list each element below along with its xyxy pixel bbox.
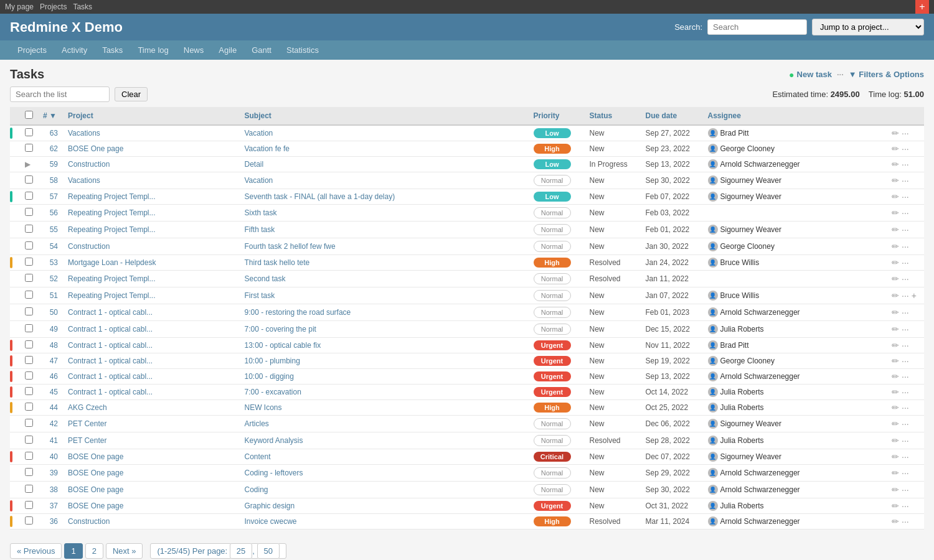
row-checkbox[interactable] <box>25 387 33 395</box>
edit-icon[interactable]: ✏ <box>892 128 899 138</box>
edit-icon[interactable]: ✏ <box>892 419 899 429</box>
filters-button[interactable]: ▼ Filters & Options <box>849 70 924 79</box>
subject-link[interactable]: Seventh task - FINAL (all have a 1-day d… <box>244 192 395 201</box>
edit-icon[interactable]: ✏ <box>892 436 899 446</box>
task-id-link[interactable]: 50 <box>50 308 58 317</box>
nav-agile[interactable]: Agile <box>211 40 244 60</box>
col-project[interactable]: Project <box>63 107 239 125</box>
edit-icon[interactable]: ✏ <box>892 274 899 284</box>
task-id-link[interactable]: 63 <box>50 129 58 138</box>
row-checkbox[interactable] <box>25 175 33 184</box>
my-page-link[interactable]: My page <box>5 2 34 11</box>
project-link[interactable]: AKG Czech <box>68 403 107 412</box>
row-checkbox[interactable] <box>25 516 33 525</box>
row-checkbox[interactable] <box>25 371 33 380</box>
nav-gantt[interactable]: Gantt <box>244 40 279 60</box>
row-checkbox[interactable] <box>25 501 33 509</box>
project-link[interactable]: Contract 1 - optical cabl... <box>68 308 153 317</box>
more-row-icon[interactable]: ··· <box>902 452 909 462</box>
project-link[interactable]: Vacations <box>68 129 100 138</box>
col-assignee[interactable]: Assignee <box>703 107 887 125</box>
edit-icon[interactable]: ✏ <box>892 144 899 154</box>
edit-icon[interactable]: ✏ <box>892 192 899 202</box>
edit-icon[interactable]: ✏ <box>892 225 899 235</box>
project-link[interactable]: BOSE One page <box>68 485 123 494</box>
more-row-icon[interactable]: ··· <box>902 159 909 169</box>
task-id-link[interactable]: 42 <box>50 419 58 428</box>
more-row-icon[interactable]: ··· <box>902 436 909 446</box>
more-row-icon[interactable]: ··· <box>902 307 909 317</box>
project-link[interactable]: BOSE One page <box>68 144 123 153</box>
select-all-checkbox[interactable] <box>25 111 33 119</box>
more-row-icon[interactable]: ··· <box>902 192 909 202</box>
more-row-icon[interactable]: ··· <box>902 208 909 218</box>
subject-link[interactable]: Content <box>244 452 270 461</box>
expand-arrow[interactable]: ▶ <box>25 160 31 169</box>
search-input[interactable] <box>707 19 807 35</box>
more-row-icon[interactable]: ··· <box>902 225 909 235</box>
edit-icon[interactable]: ✏ <box>892 324 899 334</box>
nav-timelog[interactable]: Time log <box>130 40 176 60</box>
task-id-link[interactable]: 44 <box>50 403 58 412</box>
project-link[interactable]: Repeating Project Templ... <box>68 274 156 283</box>
task-id-link[interactable]: 58 <box>50 176 58 185</box>
row-checkbox[interactable] <box>25 452 33 460</box>
project-link[interactable]: PET Center <box>68 436 106 445</box>
next-page-button[interactable]: Next » <box>106 543 143 559</box>
plus-button[interactable]: + <box>915 0 929 14</box>
subject-link[interactable]: Coding - leftovers <box>244 469 303 477</box>
col-priority[interactable]: Priority <box>529 107 585 125</box>
col-status[interactable]: Status <box>585 107 641 125</box>
row-checkbox[interactable] <box>25 144 33 152</box>
project-link[interactable]: Contract 1 - optical cabl... <box>68 372 153 381</box>
per-page-50[interactable]: 50 <box>257 543 280 559</box>
edit-icon[interactable]: ✏ <box>892 501 899 511</box>
edit-icon[interactable]: ✏ <box>892 340 899 350</box>
task-id-link[interactable]: 41 <box>50 436 58 445</box>
more-row-icon[interactable]: ··· <box>902 516 909 526</box>
task-id-link[interactable]: 39 <box>50 469 58 477</box>
project-link[interactable]: Repeating Project Templ... <box>68 225 156 234</box>
edit-icon[interactable]: ✏ <box>892 371 899 381</box>
subject-link[interactable]: Detail <box>244 160 263 169</box>
project-link[interactable]: Construction <box>68 242 110 251</box>
more-row-icon[interactable]: ··· <box>902 128 909 138</box>
more-row-icon[interactable]: ··· <box>902 291 909 301</box>
subject-link[interactable]: 7:00 - covering the pit <box>244 325 316 334</box>
row-checkbox[interactable] <box>25 419 33 427</box>
project-link[interactable]: Mortgage Loan - Helpdesk <box>68 258 156 267</box>
project-link[interactable]: Repeating Project Templ... <box>68 192 156 201</box>
task-id-link[interactable]: 54 <box>50 242 58 251</box>
row-checkbox[interactable] <box>25 291 33 299</box>
row-checkbox[interactable] <box>25 356 33 364</box>
more-row-icon[interactable]: ··· <box>902 403 909 413</box>
page-2-button[interactable]: 2 <box>85 543 103 559</box>
subject-link[interactable]: Second task <box>244 274 285 283</box>
more-row-icon[interactable]: ··· <box>902 371 909 381</box>
row-checkbox[interactable] <box>25 436 33 444</box>
more-row-icon[interactable]: ··· <box>902 324 909 334</box>
task-id-link[interactable]: 48 <box>50 341 58 350</box>
subject-link[interactable]: Vacation <box>244 129 273 138</box>
row-checkbox[interactable] <box>25 403 33 411</box>
jump-to-project-select[interactable]: Jump to a project... <box>812 19 924 35</box>
more-row-icon[interactable]: ··· <box>902 340 909 350</box>
project-link[interactable]: Construction <box>68 160 110 169</box>
subject-link[interactable]: Fourth task 2 hellof few fwe <box>244 242 335 251</box>
more-row-icon[interactable]: ··· <box>902 387 909 397</box>
project-link[interactable]: Construction <box>68 517 110 526</box>
edit-icon[interactable]: ✏ <box>892 159 899 169</box>
project-link[interactable]: Repeating Project Templ... <box>68 291 156 300</box>
subject-link[interactable]: Invoice cwecwe <box>244 517 296 526</box>
edit-icon[interactable]: ✏ <box>892 516 899 526</box>
subject-link[interactable]: Keyword Analysis <box>244 436 303 445</box>
edit-icon[interactable]: ✏ <box>892 258 899 268</box>
subject-link[interactable]: NEW Icons <box>244 403 281 412</box>
task-id-link[interactable]: 37 <box>50 502 58 510</box>
edit-icon[interactable]: ✏ <box>892 403 899 413</box>
more-row-icon[interactable]: ··· <box>902 241 909 251</box>
project-link[interactable]: Contract 1 - optical cabl... <box>68 325 153 334</box>
row-checkbox[interactable] <box>25 485 33 493</box>
task-id-link[interactable]: 57 <box>50 192 58 201</box>
per-page-25[interactable]: 25 <box>230 543 252 559</box>
